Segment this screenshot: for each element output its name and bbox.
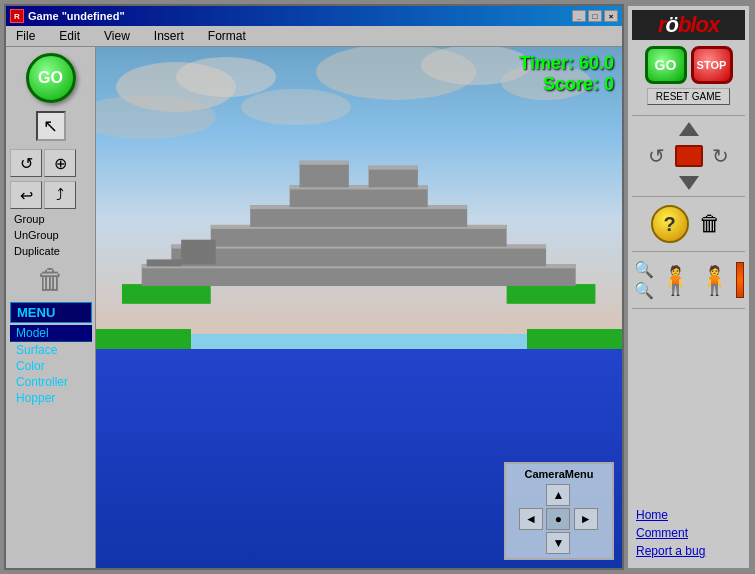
zoom-tool[interactable]: ⊕: [44, 149, 76, 177]
svg-rect-7: [122, 284, 211, 304]
anchor-tool[interactable]: ⤴: [44, 181, 76, 209]
character-icons-row: 🔍 🔍 🧍 🧍: [634, 260, 744, 300]
maximize-button[interactable]: □: [588, 10, 602, 22]
camera-controls: ▲ ◄ ● ► ▼: [519, 484, 599, 554]
main-area: GO ↖ ↺ ⊕ ↩ ⤴ Group UnGroup Duplicate 🗑 M…: [6, 47, 622, 568]
char-search-icon[interactable]: 🔍 🔍: [634, 260, 654, 300]
cam-empty-bl: [519, 532, 543, 554]
app-icon: R: [10, 9, 24, 23]
side-links: Home Comment Report a bug: [632, 502, 745, 564]
cursor-tool[interactable]: ↖: [36, 111, 66, 141]
tool-row-1: ↺ ⊕: [10, 149, 76, 177]
ground-left: [96, 329, 191, 349]
hopper-item[interactable]: Hopper: [10, 390, 92, 406]
color-item[interactable]: Color: [10, 358, 92, 374]
svg-rect-8: [507, 284, 596, 304]
left-toolbar: GO ↖ ↺ ⊕ ↩ ⤴ Group UnGroup Duplicate 🗑 M…: [6, 47, 96, 568]
scroll-down-arrow[interactable]: [679, 176, 699, 190]
separator-2: [632, 196, 745, 197]
svg-rect-22: [369, 166, 418, 170]
char-person2-icon[interactable]: 🧍: [697, 264, 732, 297]
ungroup-action[interactable]: UnGroup: [10, 228, 92, 242]
title-bar-left: R Game "undefined": [10, 9, 125, 23]
menu-bar: File Edit View Insert Format: [6, 26, 622, 47]
roblox-go-button[interactable]: GO: [645, 46, 687, 84]
ground-right: [527, 329, 622, 349]
camera-menu-title: CameraMenu: [510, 468, 608, 480]
redo-tool[interactable]: ↻: [707, 142, 735, 170]
char-person1-icon[interactable]: 🧍: [658, 264, 693, 297]
right-panel: röblox GO STOP RESET GAME ↺ ↻ ? 🗑 🔍 🔍 🧍 …: [626, 4, 751, 570]
cam-empty-tl: [519, 484, 543, 506]
roblox-stop-button[interactable]: STOP: [691, 46, 733, 84]
rotate-tool[interactable]: ↺: [10, 149, 42, 177]
help-button[interactable]: ?: [651, 205, 689, 243]
go-button[interactable]: GO: [26, 53, 76, 103]
help-trash-row: ? 🗑: [651, 205, 727, 243]
menu-file[interactable]: File: [12, 28, 39, 44]
minimize-button[interactable]: _: [572, 10, 586, 22]
menu-edit[interactable]: Edit: [55, 28, 84, 44]
cam-right-button[interactable]: ►: [574, 508, 598, 530]
surface-item[interactable]: Surface: [10, 342, 92, 358]
timer-display: Timer: 60.0: [519, 53, 614, 74]
scroll-up-arrow[interactable]: [679, 122, 699, 136]
undo-tool[interactable]: ↺: [643, 142, 671, 170]
cam-empty-tr: [574, 484, 598, 506]
menu-format[interactable]: Format: [204, 28, 250, 44]
move-tool[interactable]: ↩: [10, 181, 42, 209]
cam-center-button[interactable]: ●: [546, 508, 570, 530]
delete-button[interactable]: 🗑: [37, 263, 65, 296]
report-bug-link[interactable]: Report a bug: [636, 542, 741, 560]
go-stop-row: GO STOP: [645, 46, 733, 84]
close-button[interactable]: ×: [604, 10, 618, 22]
score-display: Score: 0: [519, 74, 614, 95]
game-viewport: Timer: 60.0 Score: 0 CameraMenu ▲ ◄ ● ► …: [96, 47, 622, 568]
delete-button-right[interactable]: 🗑: [693, 207, 727, 241]
brick-tool[interactable]: [675, 145, 703, 167]
cam-left-button[interactable]: ◄: [519, 508, 543, 530]
separator-4: [632, 308, 745, 309]
svg-rect-23: [181, 240, 216, 265]
cam-up-button[interactable]: ▲: [546, 484, 570, 506]
svg-rect-19: [300, 161, 349, 188]
window-controls: _ □ ×: [572, 10, 618, 22]
window-title: Game "undefined": [28, 10, 125, 22]
duplicate-action[interactable]: Duplicate: [10, 244, 92, 258]
char-ladder-icon[interactable]: [736, 262, 744, 298]
svg-rect-24: [147, 260, 182, 267]
svg-rect-20: [300, 161, 349, 165]
roblox-logo: röblox: [632, 10, 745, 40]
menu-section-label[interactable]: MENU: [10, 302, 92, 323]
separator-1: [632, 115, 745, 116]
model-item[interactable]: Model: [10, 325, 92, 342]
cam-empty-br: [574, 532, 598, 554]
home-link[interactable]: Home: [636, 506, 741, 524]
right-tools-row: ↺ ↻: [643, 142, 735, 170]
comment-link[interactable]: Comment: [636, 524, 741, 542]
title-bar: R Game "undefined" _ □ ×: [6, 6, 622, 26]
controller-item[interactable]: Controller: [10, 374, 92, 390]
menu-insert[interactable]: Insert: [150, 28, 188, 44]
tool-row-2: ↩ ⤴: [10, 181, 76, 209]
main-window: R Game "undefined" _ □ × File Edit View …: [4, 4, 624, 570]
camera-menu: CameraMenu ▲ ◄ ● ► ▼: [504, 462, 614, 560]
hud-overlay: Timer: 60.0 Score: 0: [519, 53, 614, 95]
menu-view[interactable]: View: [100, 28, 134, 44]
reset-button[interactable]: RESET GAME: [647, 88, 730, 105]
group-action[interactable]: Group: [10, 212, 92, 226]
cam-down-button[interactable]: ▼: [546, 532, 570, 554]
separator-3: [632, 251, 745, 252]
